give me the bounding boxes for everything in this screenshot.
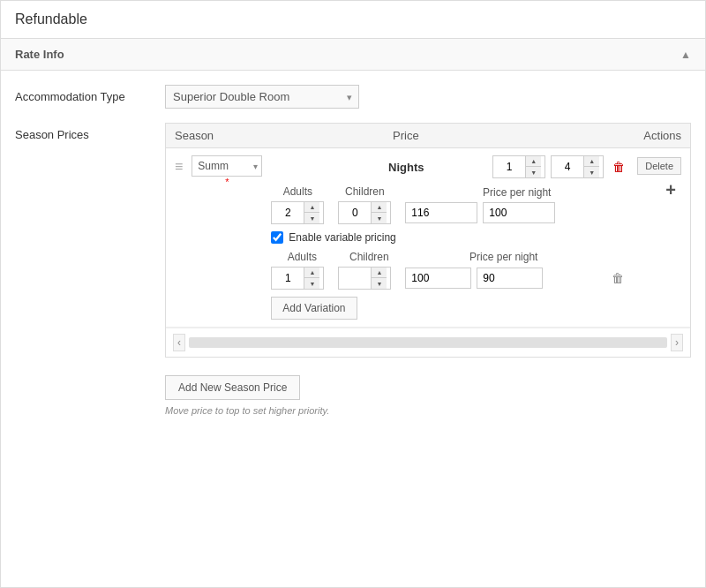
var-children-input[interactable] [339,269,371,287]
season-row-inner: ≡ Summ Winter Spring [175,155,681,320]
add-season-price-button[interactable]: Add New Season Price [165,375,300,400]
helper-text: Move price to top to set higher priority… [165,405,691,416]
price-col-header: Price [393,129,611,142]
nights-min-down-btn[interactable]: ▼ [525,167,541,177]
accommodation-type-control: Superior Double Room Standard Room Delux… [165,85,691,109]
delete-col-icon[interactable]: 🗑 [609,158,628,176]
var-adults-spinner[interactable]: 1 ▲ ▼ [271,267,324,290]
season-select-wrapper[interactable]: Summ Winter Spring [192,155,262,177]
add-season-wrap: Add New Season Price [165,366,691,400]
adults-spinner-btns: ▲ ▼ [304,202,319,223]
nights-row: Nights 1 ▲ ▼ [271,155,628,178]
variation-price-header: Price per night [405,251,602,263]
accommodation-type-label: Accommodation Type [15,85,165,103]
variable-pricing-checkbox[interactable] [271,231,283,244]
var-adults-input[interactable]: 1 [272,269,304,287]
season-select[interactable]: Summ Winter Spring [192,155,262,177]
children-input[interactable]: 0 [339,204,371,222]
season-row: ≡ Summ Winter Spring [166,148,690,328]
adults-children-header-row: Adults 2 ▲ ▼ [271,185,628,224]
actions-col-header: Actions [611,129,681,142]
required-star: * [225,177,229,187]
adults-up-btn[interactable]: ▲ [304,202,319,213]
children-down-btn[interactable]: ▼ [371,213,387,223]
action-col: Delete + [637,155,681,200]
var-adults-up[interactable]: ▲ [304,268,319,278]
accommodation-type-row: Accommodation Type Superior Double Room … [15,85,691,109]
adults-col-header-wrap: Adults 2 ▲ ▼ [271,185,324,224]
form-content: Accommodation Type Superior Double Room … [1,71,705,444]
children-up-btn[interactable]: ▲ [371,202,387,213]
season-prices-row: Season Prices Season Price Actions ≡ [15,123,691,416]
price-per-night-header: Price per night [405,186,628,199]
nights-heading: Nights [325,161,487,174]
var-children-spinner-btns: ▲ ▼ [371,268,387,289]
season-col-header: Season [175,129,393,142]
variation-adults-header: Adults [271,251,333,263]
variation-table: Adults Children Price per night 1 [271,251,628,290]
accommodation-type-select[interactable]: Superior Double Room Standard Room Delux… [165,85,359,109]
variation-data-row: 1 ▲ ▼ [271,267,628,290]
page-container: Refundable Rate Info ▲ Accommodation Typ… [0,0,706,588]
children-spinner-btns: ▲ ▼ [371,202,387,223]
children-col-header: Children [338,185,391,198]
nights-max-input[interactable]: 4 [552,158,583,176]
nights-min-up-btn[interactable]: ▲ [525,156,541,167]
rate-info-toggle[interactable]: ▲ [680,49,691,61]
var-adults-down[interactable]: ▼ [304,278,319,289]
scroll-left-icon[interactable]: ‹ [173,334,185,351]
season-select-col: Summ Winter Spring * [192,155,262,187]
variation-price-inputs-wrap: 100 90 [405,268,602,289]
accommodation-type-select-wrapper[interactable]: Superior Double Room Standard Room Delux… [165,85,359,109]
rate-info-header[interactable]: Rate Info ▲ [1,39,705,71]
rate-info-label: Rate Info [15,48,64,61]
nights-max-up-btn[interactable]: ▲ [583,156,599,167]
delete-season-button[interactable]: Delete [637,157,681,175]
nights-min-input[interactable]: 1 [493,158,525,176]
adults-input[interactable]: 2 [272,204,304,222]
price-per-night-col-wrap: Price per night 116 100 [405,186,628,223]
scroll-right-icon[interactable]: › [671,334,683,351]
nights-max-spinner[interactable]: 4 ▲ ▼ [551,155,604,178]
nights-spinners: 1 ▲ ▼ 4 [492,155,628,178]
nights-min-spinner[interactable]: 1 ▲ ▼ [492,155,545,178]
var-children-spinner[interactable]: ▲ ▼ [338,267,391,290]
add-variation-wrap: Add Variation [271,297,628,320]
var-price-input-2[interactable]: 90 [477,268,543,289]
nights-max-spinner-btns: ▲ ▼ [583,156,599,177]
price-section: Nights 1 ▲ ▼ [271,155,628,320]
scrollbar-area: ‹ › [166,328,690,357]
var-price-input-1[interactable]: 100 [405,268,471,289]
scroll-track[interactable] [189,337,667,348]
season-prices-table: Season Price Actions ≡ [165,123,691,358]
price-input-1[interactable]: 116 [405,202,477,223]
season-prices-label: Season Prices [15,123,165,141]
adults-col-header: Adults [271,185,324,198]
children-col-header-wrap: Children 0 ▲ ▼ [338,185,391,224]
add-col-plus-icon[interactable]: + [660,180,681,200]
variation-children-header: Children [338,251,400,263]
drag-handle-icon[interactable]: ≡ [175,155,183,175]
price-input-2[interactable]: 100 [483,202,555,223]
children-spinner[interactable]: 0 ▲ ▼ [338,201,391,224]
price-inputs-group: 116 100 [405,202,628,223]
adults-spinner[interactable]: 2 ▲ ▼ [271,201,324,224]
variation-children-spinner-wrap: ▲ ▼ [338,267,400,290]
variable-pricing-label[interactable]: Enable variable pricing [289,231,395,244]
season-prices-control: Season Price Actions ≡ [165,123,691,416]
nights-max-down-btn[interactable]: ▼ [583,167,599,177]
variation-header-row: Adults Children Price per night [271,251,628,263]
var-children-up[interactable]: ▲ [371,268,387,278]
adults-down-btn[interactable]: ▼ [304,213,319,223]
page-title: Refundable [1,1,705,39]
nights-min-spinner-btns: ▲ ▼ [525,156,541,177]
variable-pricing-check[interactable]: Enable variable pricing [271,231,628,244]
table-header: Season Price Actions [166,124,690,148]
variation-delete-icon[interactable]: 🗑 [612,271,624,285]
var-adults-spinner-btns: ▲ ▼ [304,268,319,289]
add-variation-button[interactable]: Add Variation [271,297,357,320]
var-children-down[interactable]: ▼ [371,278,387,289]
variation-adults-spinner-wrap: 1 ▲ ▼ [271,267,333,290]
variation-delete-wrap: 🗑 [607,271,628,285]
